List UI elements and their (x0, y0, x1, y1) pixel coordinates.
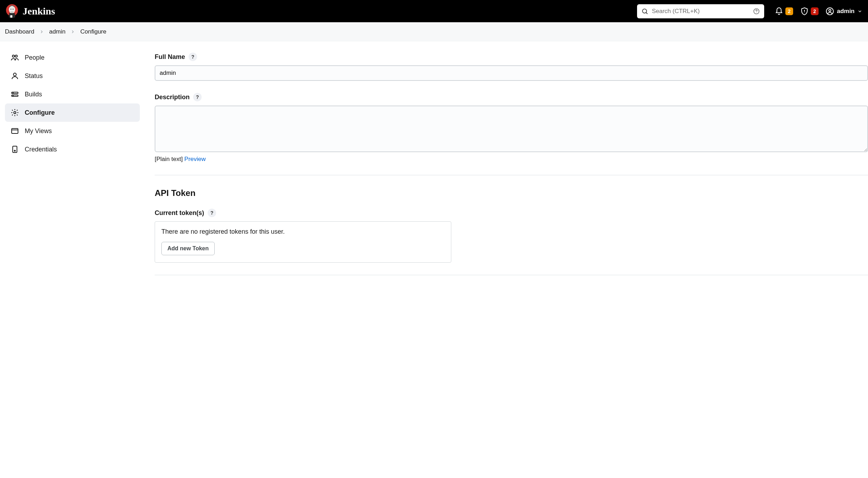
svg-point-4 (13, 8, 14, 10)
window-icon (11, 127, 19, 135)
top-header: Jenkins 2 2 (0, 0, 868, 22)
header-icons: 2 2 admin (775, 7, 862, 16)
current-tokens-label: Current token(s) (155, 209, 204, 217)
breadcrumb-dashboard[interactable]: Dashboard (5, 28, 34, 35)
breadcrumb-admin[interactable]: admin (49, 28, 65, 35)
svg-point-16 (13, 73, 16, 76)
breadcrumb-configure[interactable]: Configure (80, 28, 106, 35)
svg-point-13 (829, 9, 831, 11)
main-content: Full Name ? Description ? [Plain text] P… (145, 41, 868, 302)
svg-point-21 (14, 112, 16, 114)
svg-point-20 (13, 96, 13, 96)
svg-point-11 (804, 12, 805, 13)
notifications-badge: 2 (785, 7, 793, 15)
current-tokens-help-button[interactable]: ? (208, 209, 216, 217)
shield-alert-icon (800, 7, 809, 16)
full-name-help-button[interactable]: ? (189, 53, 197, 61)
app-title: Jenkins (23, 6, 55, 17)
full-name-input[interactable] (155, 65, 868, 81)
jenkins-logo-icon (6, 4, 18, 19)
svg-point-3 (11, 8, 12, 10)
logo-area[interactable]: Jenkins (6, 4, 55, 19)
security-button[interactable]: 2 (800, 7, 819, 16)
user-menu[interactable]: admin (826, 7, 862, 16)
description-label: Description (155, 94, 190, 101)
svg-point-2 (10, 6, 14, 11)
notifications-button[interactable]: 2 (775, 7, 793, 16)
sidebar: People Status Builds Configure (0, 41, 145, 166)
chevron-right-icon (70, 29, 75, 34)
description-help-button[interactable]: ? (193, 93, 202, 101)
section-divider (155, 275, 868, 275)
svg-line-7 (646, 12, 647, 14)
svg-point-19 (13, 93, 13, 93)
current-tokens-row: Current token(s) ? There are no register… (155, 209, 868, 263)
sidebar-item-label: Status (25, 72, 43, 80)
sidebar-item-label: Builds (25, 91, 42, 98)
api-token-heading: API Token (155, 188, 868, 198)
svg-point-25 (14, 150, 16, 151)
sidebar-item-label: Credentials (25, 146, 57, 153)
sidebar-item-builds[interactable]: Builds (5, 85, 140, 103)
search-icon (641, 8, 648, 15)
token-empty-message: There are no registered tokens for this … (161, 228, 445, 235)
person-icon (11, 72, 19, 80)
full-name-row: Full Name ? (155, 53, 868, 81)
search-help-icon[interactable] (753, 8, 760, 15)
breadcrumb: Dashboard admin Configure (0, 22, 868, 41)
credentials-icon (11, 145, 19, 154)
security-badge: 2 (811, 7, 819, 15)
bell-icon (775, 7, 783, 16)
preview-link[interactable]: Preview (184, 156, 206, 162)
svg-point-14 (12, 55, 14, 57)
gear-icon (11, 108, 19, 117)
user-label: admin (837, 8, 855, 15)
svg-rect-5 (10, 15, 12, 18)
chevron-right-icon (39, 29, 44, 34)
plain-text-label: [Plain text] (155, 156, 183, 162)
sidebar-item-status[interactable]: Status (5, 67, 140, 85)
sidebar-item-my-views[interactable]: My Views (5, 122, 140, 140)
sidebar-item-configure[interactable]: Configure (5, 103, 140, 122)
chevron-down-icon (857, 9, 862, 14)
svg-rect-22 (12, 129, 18, 133)
add-token-button[interactable]: Add new Token (161, 242, 215, 255)
search-box[interactable] (637, 4, 764, 18)
sidebar-item-credentials[interactable]: Credentials (5, 140, 140, 159)
builds-icon (11, 90, 19, 98)
svg-point-9 (756, 12, 756, 13)
sidebar-item-label: Configure (25, 109, 55, 116)
search-input[interactable] (648, 8, 753, 15)
people-icon (11, 53, 19, 62)
svg-point-15 (15, 55, 17, 57)
user-icon (826, 7, 834, 16)
description-row: Description ? [Plain text] Preview (155, 93, 868, 163)
token-box: There are no registered tokens for this … (155, 221, 451, 263)
section-divider (155, 175, 868, 175)
sidebar-item-label: People (25, 54, 44, 61)
full-name-label: Full Name (155, 53, 185, 61)
sidebar-item-label: My Views (25, 127, 52, 135)
description-input[interactable] (155, 106, 868, 152)
sidebar-item-people[interactable]: People (5, 48, 140, 67)
svg-point-6 (642, 9, 647, 13)
